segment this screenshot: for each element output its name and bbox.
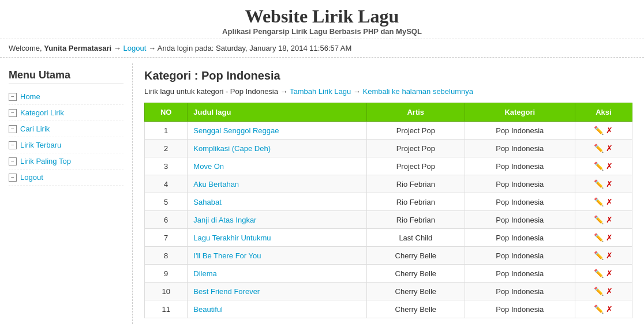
cell-kategori: Pop Indonesia xyxy=(465,211,575,229)
sub-navigation: Lirik lagu untuk kategori - Pop Indonesi… xyxy=(144,87,632,96)
table-row: 6Janji di Atas IngkarRio FebrianPop Indo… xyxy=(145,211,632,229)
song-title-link[interactable]: Dilema xyxy=(193,269,216,278)
song-title-link[interactable]: Beautiful xyxy=(193,305,223,314)
edit-button[interactable]: ✏️ xyxy=(594,304,604,314)
delete-button[interactable]: ✗ xyxy=(606,304,613,314)
delete-button[interactable]: ✗ xyxy=(606,144,613,153)
cell-no: 8 xyxy=(145,247,188,265)
sidebar-link-logout[interactable]: Logout xyxy=(20,173,43,182)
cell-no: 1 xyxy=(145,122,188,140)
song-title-link[interactable]: Best Friend Forever xyxy=(193,287,260,296)
table-row: 3Move OnProject PopPop Indonesia✏️✗ xyxy=(145,157,632,175)
delete-button[interactable]: ✗ xyxy=(606,215,613,224)
edit-button[interactable]: ✏️ xyxy=(594,269,604,278)
subnav-arrow: → xyxy=(280,87,290,96)
song-title-link[interactable]: Lagu Terakhir Untukmu xyxy=(193,234,271,242)
edit-button[interactable]: ✏️ xyxy=(594,233,604,242)
song-title-link[interactable]: Aku Bertahan xyxy=(193,180,239,189)
cell-title: Aku Bertahan xyxy=(188,175,367,193)
table-row: 1Senggal Senggol ReggaeProject PopPop In… xyxy=(145,122,632,140)
welcome-prefix: Welcome, xyxy=(9,44,44,52)
cell-no: 2 xyxy=(145,140,188,157)
song-title-link[interactable]: Move On xyxy=(193,162,224,171)
table-row: 4Aku BertahanRio FebrianPop Indonesia✏️✗ xyxy=(145,175,632,193)
cell-artis: Project Pop xyxy=(366,157,465,175)
table-row: 9DilemaCherry BellePop Indonesia✏️✗ xyxy=(145,265,632,283)
cell-kategori: Pop Indonesia xyxy=(465,265,575,283)
cell-title: Move On xyxy=(188,157,367,175)
action-icons-group: ✏️✗ xyxy=(581,144,626,153)
sidebar-link-terbaru[interactable]: Lirik Terbaru xyxy=(20,141,61,149)
delete-button[interactable]: ✗ xyxy=(606,161,613,171)
cell-title: Komplikasi (Cape Deh) xyxy=(188,140,367,157)
cell-no: 5 xyxy=(145,193,188,211)
song-title-link[interactable]: I'll Be There For You xyxy=(193,251,261,260)
table-header: NO Judul lagu Artis Kategori Aksi xyxy=(145,103,632,122)
edit-button[interactable]: ✏️ xyxy=(594,287,604,296)
action-icons-group: ✏️✗ xyxy=(581,287,626,296)
cell-kategori: Pop Indonesia xyxy=(465,193,575,211)
cell-title: Sahabat xyxy=(188,193,367,211)
cell-aksi: ✏️✗ xyxy=(575,283,632,300)
cell-artis: Project Pop xyxy=(366,122,465,140)
delete-button[interactable]: ✗ xyxy=(606,179,613,189)
cell-kategori: Pop Indonesia xyxy=(465,283,575,300)
sidebar-item-top[interactable]: − Lirik Paling Top xyxy=(9,153,123,170)
col-artis: Artis xyxy=(366,103,465,122)
edit-button[interactable]: ✏️ xyxy=(594,251,604,260)
cell-title: Lagu Terakhir Untukmu xyxy=(188,229,367,247)
delete-button[interactable]: ✗ xyxy=(606,197,613,206)
delete-button[interactable]: ✗ xyxy=(606,251,613,260)
cell-aksi: ✏️✗ xyxy=(575,140,632,157)
cell-aksi: ✏️✗ xyxy=(575,157,632,175)
sidebar-icon-cari: − xyxy=(9,125,17,133)
sidebar-icon-top: − xyxy=(9,157,17,165)
song-title-link[interactable]: Komplikasi (Cape Deh) xyxy=(193,144,271,153)
sidebar-item-logout[interactable]: − Logout xyxy=(9,170,123,186)
sidebar-link-top[interactable]: Lirik Paling Top xyxy=(20,157,71,165)
sidebar-link-kategori[interactable]: Kategori Lirik xyxy=(20,108,64,117)
edit-button[interactable]: ✏️ xyxy=(594,179,604,189)
cell-title: Janji di Atas Ingkar xyxy=(188,211,367,229)
edit-button[interactable]: ✏️ xyxy=(594,197,604,206)
cell-title: Beautiful xyxy=(188,300,367,318)
sidebar-link-home[interactable]: Home xyxy=(20,92,40,101)
edit-button[interactable]: ✏️ xyxy=(594,215,604,224)
col-judul: Judul lagu xyxy=(188,103,367,122)
sidebar-item-home[interactable]: − Home xyxy=(9,89,123,105)
edit-button[interactable]: ✏️ xyxy=(594,161,604,171)
delete-button[interactable]: ✗ xyxy=(606,126,613,135)
song-title-link[interactable]: Sahabat xyxy=(193,198,221,206)
welcome-suffix: → Anda login pada: Saturday, January 18,… xyxy=(148,44,351,52)
cell-artis: Cherry Belle xyxy=(366,300,465,318)
main-layout: Menu Utama − Home − Kategori Lirik − Car… xyxy=(0,58,644,330)
content-area: Kategori : Pop Indonesia Lirik lagu untu… xyxy=(133,63,644,324)
song-title-link[interactable]: Janji di Atas Ingkar xyxy=(193,216,256,224)
edit-button[interactable]: ✏️ xyxy=(594,144,604,153)
action-icons-group: ✏️✗ xyxy=(581,161,626,171)
table-row: 5SahabatRio FebrianPop Indonesia✏️✗ xyxy=(145,193,632,211)
edit-button[interactable]: ✏️ xyxy=(594,126,604,135)
cell-artis: Last Child xyxy=(366,229,465,247)
delete-button[interactable]: ✗ xyxy=(606,269,613,278)
cell-kategori: Pop Indonesia xyxy=(465,122,575,140)
add-lirik-link[interactable]: Tambah Lirik Lagu xyxy=(290,87,351,96)
category-title: Kategori : Pop Indonesia xyxy=(144,69,632,82)
cell-no: 9 xyxy=(145,265,188,283)
back-link[interactable]: Kembali ke halaman sebelumnya xyxy=(362,87,473,96)
sidebar-item-kategori[interactable]: − Kategori Lirik xyxy=(9,105,123,121)
cell-title: Dilema xyxy=(188,265,367,283)
welcome-arrow1: → xyxy=(114,44,121,52)
delete-button[interactable]: ✗ xyxy=(606,287,613,296)
logout-link[interactable]: Logout xyxy=(123,44,146,52)
action-icons-group: ✏️✗ xyxy=(581,269,626,278)
table-row: 2Komplikasi (Cape Deh)Project PopPop Ind… xyxy=(145,140,632,157)
delete-button[interactable]: ✗ xyxy=(606,233,613,242)
cell-aksi: ✏️✗ xyxy=(575,122,632,140)
cell-no: 3 xyxy=(145,157,188,175)
sidebar-item-cari[interactable]: − Cari Lirik xyxy=(9,121,123,137)
sidebar-link-cari[interactable]: Cari Lirik xyxy=(20,125,50,133)
site-title: Website Lirik Lagu xyxy=(0,6,644,27)
song-title-link[interactable]: Senggal Senggol Reggae xyxy=(193,126,279,135)
sidebar-item-terbaru[interactable]: − Lirik Terbaru xyxy=(9,137,123,153)
